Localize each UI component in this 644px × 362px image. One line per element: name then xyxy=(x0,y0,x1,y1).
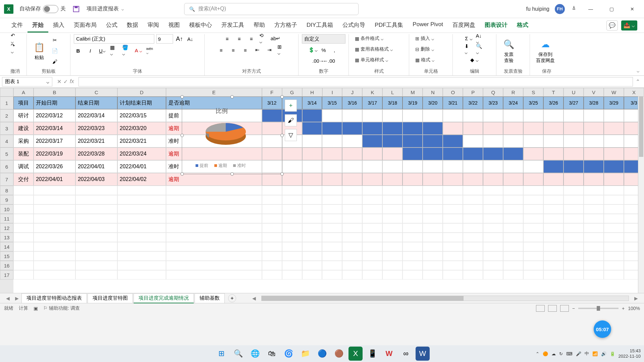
empty-cell[interactable] xyxy=(322,261,342,270)
tray-icon-2[interactable]: ☁ xyxy=(551,351,556,356)
empty-cell[interactable] xyxy=(34,195,75,204)
gantt-cell[interactable] xyxy=(483,109,503,122)
empty-cell[interactable] xyxy=(34,186,75,195)
gantt-cell[interactable] xyxy=(604,122,624,135)
empty-cell[interactable] xyxy=(463,251,483,261)
empty-cell[interactable] xyxy=(443,261,463,270)
gantt-cell[interactable] xyxy=(584,147,604,160)
col-header-A[interactable]: A xyxy=(13,88,34,97)
gantt-cell[interactable] xyxy=(382,147,402,160)
sheet-tab[interactable]: 项目进度甘特图动态报表 xyxy=(21,293,87,303)
chart-filter-button[interactable]: ▽ xyxy=(285,129,297,141)
empty-cell[interactable] xyxy=(382,214,402,223)
gantt-cell[interactable] xyxy=(282,160,302,173)
col-header-D[interactable]: D xyxy=(117,88,166,97)
empty-cell[interactable] xyxy=(75,233,117,242)
gantt-cell[interactable] xyxy=(402,122,423,135)
empty-cell[interactable] xyxy=(282,223,302,233)
gantt-cell[interactable] xyxy=(503,135,523,147)
wps-icon[interactable]: W xyxy=(382,347,396,361)
empty-cell[interactable] xyxy=(523,242,543,251)
sheet-tab[interactable]: 辅助基数 xyxy=(195,293,225,303)
empty-cell[interactable] xyxy=(117,195,166,204)
empty-cell[interactable] xyxy=(523,195,543,204)
empty-cell[interactable] xyxy=(523,204,543,214)
toggle-switch[interactable] xyxy=(43,5,58,13)
empty-cell[interactable] xyxy=(302,214,322,223)
gantt-cell[interactable] xyxy=(463,147,483,160)
zoom-slider[interactable] xyxy=(578,308,619,309)
menu-tab-格式[interactable]: 格式 xyxy=(512,18,533,33)
gantt-cell[interactable] xyxy=(483,135,503,147)
insert-cells-button[interactable]: ⊞ 插入 ⌵ xyxy=(413,34,437,43)
empty-cell[interactable] xyxy=(362,261,382,270)
empty-cell[interactable] xyxy=(342,242,362,251)
empty-cell[interactable] xyxy=(604,270,624,280)
table-header[interactable]: 项目 xyxy=(13,97,34,109)
date-header[interactable]: 3/29 xyxy=(604,97,624,109)
empty-cell[interactable] xyxy=(13,270,34,280)
empty-cell[interactable] xyxy=(483,204,503,214)
increase-font-button[interactable]: A↑ xyxy=(175,35,184,43)
row-header-10[interactable]: 10 xyxy=(0,204,13,214)
empty-cell[interactable] xyxy=(34,261,75,270)
chart-add-element-button[interactable]: + xyxy=(285,100,297,112)
gantt-cell[interactable] xyxy=(382,173,402,186)
gantt-cell[interactable] xyxy=(503,109,523,122)
table-cell[interactable]: 2022/03/26 xyxy=(34,160,75,173)
empty-cell[interactable] xyxy=(463,195,483,204)
gantt-cell[interactable] xyxy=(362,135,382,147)
gantt-cell[interactable] xyxy=(382,160,402,173)
row-header-5[interactable]: 5 xyxy=(0,147,13,160)
enter-formula-button[interactable]: ✓ xyxy=(63,78,68,85)
date-header[interactable]: 3/20 xyxy=(423,97,443,109)
empty-cell[interactable] xyxy=(483,195,503,204)
comma-button[interactable]: , xyxy=(330,46,339,54)
cell-styles-button[interactable]: ▦ 单元格样式 ⌵ xyxy=(352,56,391,64)
excel-app-icon[interactable]: X xyxy=(4,4,13,14)
empty-cell[interactable] xyxy=(262,251,282,261)
empty-cell[interactable] xyxy=(402,186,423,195)
empty-cell[interactable] xyxy=(362,242,382,251)
date-header[interactable]: 3/19 xyxy=(402,97,423,109)
align-bottom-button[interactable]: ≡ xyxy=(247,34,256,43)
col-header-M[interactable]: M xyxy=(402,88,423,97)
menu-tab-帮助[interactable]: 帮助 xyxy=(249,18,270,33)
empty-cell[interactable] xyxy=(166,186,262,195)
gantt-cell[interactable] xyxy=(543,109,564,122)
empty-cell[interactable] xyxy=(262,214,282,223)
date-header[interactable]: 3/21 xyxy=(443,97,463,109)
gantt-cell[interactable] xyxy=(523,160,543,173)
gantt-cell[interactable] xyxy=(402,173,423,186)
gantt-cell[interactable] xyxy=(564,109,584,122)
date-header[interactable]: 3/17 xyxy=(362,97,382,109)
conditional-format-button[interactable]: ▦ 条件格式 ⌵ xyxy=(352,34,386,43)
empty-cell[interactable] xyxy=(463,242,483,251)
row-header-13[interactable]: 13 xyxy=(0,233,13,242)
col-header-U[interactable]: U xyxy=(564,88,584,97)
table-cell[interactable]: 2022/03/21 xyxy=(75,135,117,147)
gantt-cell[interactable] xyxy=(302,109,322,122)
empty-cell[interactable] xyxy=(483,214,503,223)
menu-tab-开发工具[interactable]: 开发工具 xyxy=(217,18,249,33)
store-icon[interactable]: 🛍 xyxy=(265,347,279,361)
row-header-8[interactable]: 8 xyxy=(0,186,13,195)
empty-cell[interactable] xyxy=(166,270,262,280)
empty-cell[interactable] xyxy=(322,186,342,195)
gantt-cell[interactable] xyxy=(443,173,463,186)
empty-cell[interactable] xyxy=(322,204,342,214)
menu-tab-PDF工具集[interactable]: PDF工具集 xyxy=(370,18,408,33)
gantt-cell[interactable] xyxy=(402,109,423,122)
empty-cell[interactable] xyxy=(322,233,342,242)
empty-cell[interactable] xyxy=(423,214,443,223)
border-button[interactable]: ▦ ⌵ xyxy=(110,46,119,55)
gantt-cell[interactable] xyxy=(543,147,564,160)
empty-cell[interactable] xyxy=(584,195,604,204)
date-header[interactable]: 3/23 xyxy=(483,97,503,109)
gantt-cell[interactable] xyxy=(322,160,342,173)
save-baidu-button[interactable]: ☁ 保存到 百度网盘 xyxy=(533,37,557,65)
empty-cell[interactable] xyxy=(75,186,117,195)
empty-cell[interactable] xyxy=(604,223,624,233)
sheet-tab[interactable]: 项目进度完成逾期情况 xyxy=(133,293,194,303)
empty-cell[interactable] xyxy=(483,251,503,261)
